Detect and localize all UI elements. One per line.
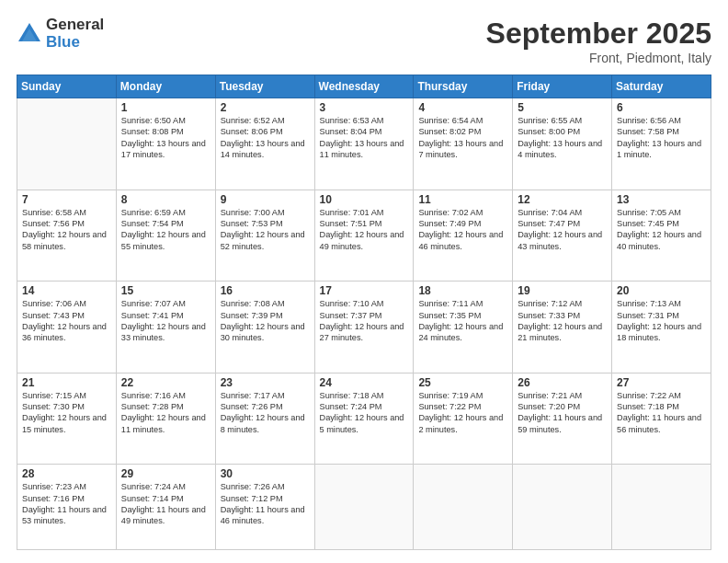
day-number: 25: [418, 376, 507, 389]
logo: General Blue: [17, 17, 104, 51]
calendar-cell: 2Sunrise: 6:52 AM Sunset: 8:06 PM Daylig…: [215, 98, 314, 190]
calendar-cell: 24Sunrise: 7:18 AM Sunset: 7:24 PM Dayli…: [314, 373, 414, 465]
day-number: 11: [418, 193, 507, 206]
calendar-cell: 30Sunrise: 7:26 AM Sunset: 7:12 PM Dayli…: [215, 465, 314, 550]
day-info: Sunrise: 7:21 AM Sunset: 7:20 PM Dayligh…: [518, 390, 607, 436]
week-row-3: 14Sunrise: 7:06 AM Sunset: 7:43 PM Dayli…: [17, 282, 711, 373]
day-number: 17: [320, 284, 409, 297]
calendar-cell: 18Sunrise: 7:11 AM Sunset: 7:35 PM Dayli…: [414, 282, 513, 373]
day-info: Sunrise: 7:24 AM Sunset: 7:14 PM Dayligh…: [121, 481, 210, 527]
day-info: Sunrise: 7:18 AM Sunset: 7:24 PM Dayligh…: [320, 390, 409, 436]
calendar-cell: 5Sunrise: 6:55 AM Sunset: 8:00 PM Daylig…: [513, 98, 612, 190]
day-number: 27: [617, 376, 706, 389]
day-info: Sunrise: 6:53 AM Sunset: 8:04 PM Dayligh…: [320, 115, 409, 161]
calendar-cell: 10Sunrise: 7:01 AM Sunset: 7:51 PM Dayli…: [314, 190, 414, 282]
day-number: 8: [121, 193, 210, 206]
day-number: 28: [22, 467, 111, 480]
header-tuesday: Tuesday: [215, 75, 314, 98]
day-info: Sunrise: 7:26 AM Sunset: 7:12 PM Dayligh…: [221, 481, 310, 527]
title-location: Front, Piedmont, Italy: [486, 51, 711, 65]
calendar-cell: [612, 465, 711, 550]
day-info: Sunrise: 7:01 AM Sunset: 7:51 PM Dayligh…: [320, 207, 409, 253]
calendar-cell: 9Sunrise: 7:00 AM Sunset: 7:53 PM Daylig…: [215, 190, 314, 282]
day-info: Sunrise: 6:58 AM Sunset: 7:56 PM Dayligh…: [22, 207, 111, 253]
header-saturday: Saturday: [612, 75, 711, 98]
day-number: 6: [617, 101, 706, 114]
day-number: 15: [121, 284, 210, 297]
calendar-cell: 15Sunrise: 7:07 AM Sunset: 7:41 PM Dayli…: [116, 282, 215, 373]
day-info: Sunrise: 7:10 AM Sunset: 7:37 PM Dayligh…: [320, 298, 409, 344]
day-number: 30: [221, 467, 310, 480]
calendar-cell: 11Sunrise: 7:02 AM Sunset: 7:49 PM Dayli…: [414, 190, 513, 282]
day-info: Sunrise: 6:56 AM Sunset: 7:58 PM Dayligh…: [617, 115, 706, 161]
day-number: 14: [22, 284, 111, 297]
day-info: Sunrise: 6:50 AM Sunset: 8:08 PM Dayligh…: [121, 115, 210, 161]
day-info: Sunrise: 6:59 AM Sunset: 7:54 PM Dayligh…: [121, 207, 210, 253]
day-number: 20: [617, 284, 706, 297]
calendar-cell: 12Sunrise: 7:04 AM Sunset: 7:47 PM Dayli…: [513, 190, 612, 282]
day-number: 1: [121, 101, 210, 114]
calendar-cell: 6Sunrise: 6:56 AM Sunset: 7:58 PM Daylig…: [612, 98, 711, 190]
logo-general: General: [46, 17, 104, 34]
calendar-cell: 8Sunrise: 6:59 AM Sunset: 7:54 PM Daylig…: [116, 190, 215, 282]
day-number: 26: [518, 376, 607, 389]
day-info: Sunrise: 7:00 AM Sunset: 7:53 PM Dayligh…: [221, 207, 310, 253]
calendar-cell: 29Sunrise: 7:24 AM Sunset: 7:14 PM Dayli…: [116, 465, 215, 550]
calendar-cell: 1Sunrise: 6:50 AM Sunset: 8:08 PM Daylig…: [116, 98, 215, 190]
day-number: 22: [121, 376, 210, 389]
logo-text: General Blue: [46, 17, 104, 51]
calendar-cell: 22Sunrise: 7:16 AM Sunset: 7:28 PM Dayli…: [116, 373, 215, 465]
day-number: 18: [418, 284, 507, 297]
header-friday: Friday: [513, 75, 612, 98]
calendar-cell: [414, 465, 513, 550]
calendar-cell: 20Sunrise: 7:13 AM Sunset: 7:31 PM Dayli…: [612, 282, 711, 373]
calendar-cell: 3Sunrise: 6:53 AM Sunset: 8:04 PM Daylig…: [314, 98, 414, 190]
day-info: Sunrise: 6:52 AM Sunset: 8:06 PM Dayligh…: [221, 115, 310, 161]
day-number: 7: [22, 193, 111, 206]
logo-blue: Blue: [46, 34, 104, 52]
day-info: Sunrise: 7:16 AM Sunset: 7:28 PM Dayligh…: [121, 390, 210, 436]
calendar-cell: 19Sunrise: 7:12 AM Sunset: 7:33 PM Dayli…: [513, 282, 612, 373]
day-number: 24: [320, 376, 409, 389]
calendar-cell: 7Sunrise: 6:58 AM Sunset: 7:56 PM Daylig…: [17, 190, 117, 282]
calendar-cell: 13Sunrise: 7:05 AM Sunset: 7:45 PM Dayli…: [612, 190, 711, 282]
week-row-4: 21Sunrise: 7:15 AM Sunset: 7:30 PM Dayli…: [17, 373, 711, 465]
day-info: Sunrise: 7:06 AM Sunset: 7:43 PM Dayligh…: [22, 298, 111, 344]
week-row-5: 28Sunrise: 7:23 AM Sunset: 7:16 PM Dayli…: [17, 465, 711, 550]
day-number: 13: [617, 193, 706, 206]
week-row-2: 7Sunrise: 6:58 AM Sunset: 7:56 PM Daylig…: [17, 190, 711, 282]
title-block: September 2025 Front, Piedmont, Italy: [486, 17, 711, 65]
day-info: Sunrise: 7:07 AM Sunset: 7:41 PM Dayligh…: [121, 298, 210, 344]
day-info: Sunrise: 7:17 AM Sunset: 7:26 PM Dayligh…: [221, 390, 310, 436]
calendar-cell: 14Sunrise: 7:06 AM Sunset: 7:43 PM Dayli…: [17, 282, 117, 373]
calendar-cell: 23Sunrise: 7:17 AM Sunset: 7:26 PM Dayli…: [215, 373, 314, 465]
day-number: 5: [518, 101, 607, 114]
header-monday: Monday: [116, 75, 215, 98]
day-info: Sunrise: 7:19 AM Sunset: 7:22 PM Dayligh…: [418, 390, 507, 436]
day-info: Sunrise: 7:02 AM Sunset: 7:49 PM Dayligh…: [418, 207, 507, 253]
logo-icon: [17, 21, 42, 47]
day-number: 2: [221, 101, 310, 114]
day-number: 4: [418, 101, 507, 114]
calendar-cell: 17Sunrise: 7:10 AM Sunset: 7:37 PM Dayli…: [314, 282, 414, 373]
day-number: 23: [221, 376, 310, 389]
calendar-cell: 25Sunrise: 7:19 AM Sunset: 7:22 PM Dayli…: [414, 373, 513, 465]
day-info: Sunrise: 6:54 AM Sunset: 8:02 PM Dayligh…: [418, 115, 507, 161]
day-info: Sunrise: 7:13 AM Sunset: 7:31 PM Dayligh…: [617, 298, 706, 344]
day-number: 29: [121, 467, 210, 480]
day-info: Sunrise: 6:55 AM Sunset: 8:00 PM Dayligh…: [518, 115, 607, 161]
day-info: Sunrise: 7:11 AM Sunset: 7:35 PM Dayligh…: [418, 298, 507, 344]
day-number: 19: [518, 284, 607, 297]
day-number: 9: [221, 193, 310, 206]
day-number: 10: [320, 193, 409, 206]
page: General Blue September 2025 Front, Piedm…: [0, 0, 728, 563]
header-thursday: Thursday: [414, 75, 513, 98]
header: General Blue September 2025 Front, Piedm…: [17, 17, 711, 65]
day-info: Sunrise: 7:23 AM Sunset: 7:16 PM Dayligh…: [22, 481, 111, 527]
calendar-cell: 28Sunrise: 7:23 AM Sunset: 7:16 PM Dayli…: [17, 465, 117, 550]
day-number: 16: [221, 284, 310, 297]
title-month: September 2025: [486, 17, 711, 51]
header-wednesday: Wednesday: [314, 75, 414, 98]
day-number: 21: [22, 376, 111, 389]
header-sunday: Sunday: [17, 75, 117, 98]
